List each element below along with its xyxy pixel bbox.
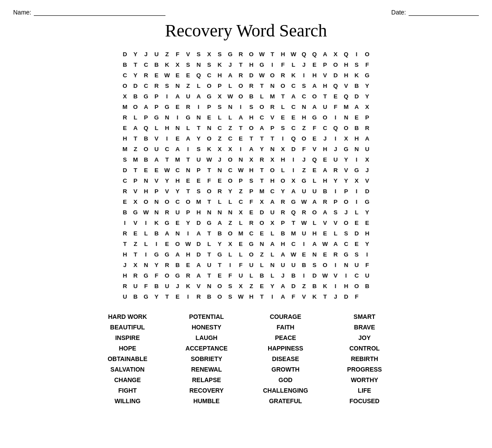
grid-cell: G — [151, 112, 162, 123]
word-item: LIFE — [327, 386, 402, 395]
grid-cell: D — [330, 70, 341, 80]
grid-cell: Y — [341, 154, 352, 165]
grid-cell: I — [352, 186, 362, 196]
grid-cell: E — [246, 207, 257, 217]
grid-cell: L — [215, 196, 225, 207]
grid-cell: X — [257, 196, 267, 207]
grid-cell: R — [236, 70, 246, 80]
grid-cell: O — [362, 49, 373, 59]
word-item: SOBRIETY — [169, 354, 244, 363]
word-item: HARD WORK — [90, 312, 165, 321]
grid-cell: P — [194, 165, 204, 175]
grid-cell: P — [362, 112, 373, 123]
grid-cell: F — [362, 260, 373, 270]
grid-cell: Z — [225, 123, 236, 133]
grid-cell: V — [183, 49, 194, 59]
grid-cell: J — [299, 59, 309, 70]
grid-cell: L — [215, 112, 225, 123]
grid-cell: L — [267, 270, 278, 281]
grid-cell: T — [320, 291, 330, 302]
grid-cell: W — [225, 91, 236, 101]
grid-cell: Q — [288, 133, 299, 144]
grid-cell: U — [299, 186, 309, 196]
grid-cell: B — [278, 228, 288, 238]
grid-cell: I — [194, 101, 204, 112]
grid-cell: Q — [330, 80, 341, 91]
word-item: FOCUSED — [327, 397, 402, 405]
grid-cell: P — [204, 101, 215, 112]
grid-cell: T — [162, 291, 172, 302]
grid-cell: A — [267, 196, 278, 207]
grid-cell: Q — [299, 49, 309, 59]
grid-cell: S — [162, 80, 172, 91]
grid-cell: E — [320, 249, 330, 260]
grid-cell: N — [352, 144, 362, 154]
name-underline[interactable] — [34, 9, 165, 16]
word-item: ACCEPTANCE — [169, 344, 244, 353]
grid-cell: T — [183, 154, 194, 165]
grid-cell: F — [299, 144, 309, 154]
grid-cell: H — [194, 207, 204, 217]
grid-cell: K — [215, 59, 225, 70]
grid-cell: I — [225, 260, 236, 270]
grid-cell: Y — [172, 186, 183, 196]
grid-cell: D — [246, 70, 257, 80]
grid-cell: A — [162, 228, 172, 238]
grid-cell: R — [215, 186, 225, 196]
grid-cell: M — [267, 91, 278, 101]
grid-cell: W — [257, 49, 267, 59]
grid-cell: R — [183, 270, 194, 281]
grid-cell: H — [246, 59, 257, 70]
grid-cell: K — [352, 70, 362, 80]
grid-cell: N — [194, 59, 204, 70]
grid-cell: R — [162, 260, 172, 270]
grid-cell: G — [183, 112, 194, 123]
grid-cell: A — [278, 281, 288, 291]
grid-cell: S — [120, 154, 130, 165]
grid-cell: H — [162, 123, 172, 133]
grid-cell: N — [172, 123, 183, 133]
name-field: Name: — [13, 9, 165, 16]
grid-cell: Y — [257, 144, 267, 154]
grid-cell: K — [204, 144, 215, 154]
grid-cell: N — [162, 112, 172, 123]
grid-cell: J — [299, 154, 309, 165]
grid-cell: N — [225, 207, 236, 217]
grid-cell: G — [215, 249, 225, 260]
grid-cell: N — [341, 112, 352, 123]
grid-cell: N — [172, 80, 183, 91]
word-item: CHALLENGING — [248, 386, 323, 395]
date-field: Date: — [391, 9, 479, 16]
grid-cell: U — [309, 186, 320, 196]
grid-cell: R — [120, 112, 130, 123]
grid-cell: Q — [309, 154, 320, 165]
grid-cell: N — [204, 207, 215, 217]
date-underline[interactable] — [409, 9, 479, 16]
grid-cell: R — [267, 101, 278, 112]
grid-cell: E — [172, 291, 183, 302]
grid-cell: H — [215, 70, 225, 80]
grid-cell: T — [204, 228, 215, 238]
grid-cell: U — [320, 101, 330, 112]
grid-cell: I — [330, 112, 341, 123]
grid-cell: A — [330, 238, 341, 249]
grid-cell: X — [362, 101, 373, 112]
grid-cell: K — [162, 59, 172, 70]
word-item: WORTHY — [327, 376, 402, 384]
grid-cell: A — [320, 49, 330, 59]
grid-cell: H — [278, 238, 288, 249]
grid-cell: I — [299, 270, 309, 281]
grid-cell: P — [151, 186, 162, 196]
grid-cell: D — [194, 238, 204, 249]
grid-cell: E — [257, 281, 267, 291]
grid-cell: A — [194, 270, 204, 281]
grid-cell: Q — [288, 207, 299, 217]
grid-cell: W — [204, 154, 215, 165]
grid-cell: Q — [309, 49, 320, 59]
grid-cell: Y — [194, 133, 204, 144]
grid-cell: O — [204, 133, 215, 144]
word-item: SMART — [327, 312, 402, 321]
grid-cell: O — [320, 260, 330, 270]
grid-cell: J — [225, 59, 236, 70]
word-search-grid: DYJUZFVSXSGROWTHWQQAXQIOBTCBKXSNSKJTHGIF… — [120, 49, 373, 302]
